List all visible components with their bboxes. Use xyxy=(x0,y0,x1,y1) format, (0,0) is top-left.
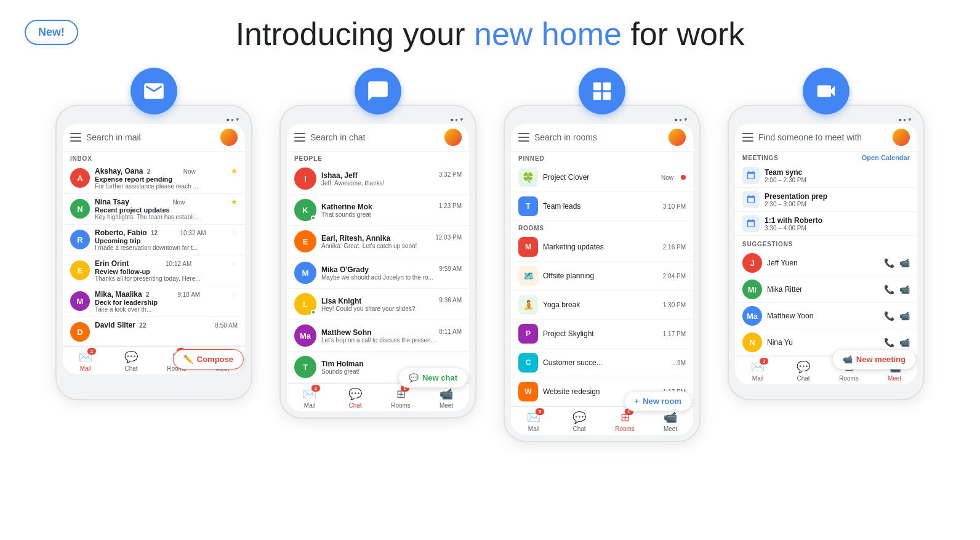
new-meeting-label: New meeting xyxy=(856,355,906,364)
mail-search-bar[interactable]: Search in mail xyxy=(63,124,245,151)
room-item[interactable]: C Customer succe... ...9M xyxy=(511,349,693,377)
meet-event[interactable]: Team sync 2:00 – 2:30 PM xyxy=(735,164,917,188)
room-icon: M xyxy=(518,237,538,257)
phone-rooms: ■ ● ▼ Search in rooms PINNED 🍀 Project C… xyxy=(497,68,707,442)
nav-mail-label: Mail xyxy=(528,425,539,432)
mail-item[interactable]: M Mika, Maalika 2 9:18 AM ☆ Deck for lea… xyxy=(63,286,245,317)
video-icon[interactable]: 📹 xyxy=(899,284,910,294)
nav-meet[interactable]: 📹 Meet xyxy=(648,411,693,432)
chat-people-label: PEOPLE xyxy=(287,151,469,163)
phone-chat: ■ ● ▼ Search in chat PEOPLE I Ishaa, Jef… xyxy=(273,68,483,419)
mail-nav-icon: ✉️2 xyxy=(303,387,316,401)
meet-event[interactable]: 1:1 with Roberto 3:30 – 4:00 PM xyxy=(735,212,917,236)
nav-mail-label: Mail xyxy=(80,365,91,372)
chat-icon-circle xyxy=(355,68,401,115)
avatar: E xyxy=(294,230,316,252)
room-item[interactable]: T Team leads 3:10 PM xyxy=(511,192,693,221)
room-item[interactable]: M Marketing updates 2:16 PM xyxy=(511,233,693,262)
chat-item[interactable]: M Mika O'Grady 9:59 AM Maybe we should a… xyxy=(287,257,469,289)
new-chat-button[interactable]: 💬 New chat xyxy=(398,368,468,388)
phone-mail: ■ ● ▼ Search in mail INBOX A Akshay, Oan… xyxy=(49,68,259,400)
avatar: I xyxy=(294,167,316,190)
suggestion-item[interactable]: Mi Mika Ritter 📞 📹 xyxy=(735,276,917,303)
mail-item[interactable]: A Akshay, Oana 2 Now ★ Expense report pe… xyxy=(63,163,245,194)
avatar: N xyxy=(70,199,90,219)
calendar-icon xyxy=(742,215,760,232)
suggestion-item[interactable]: Ma Matthew Yoon 📞 📹 xyxy=(735,303,917,329)
live-dot xyxy=(681,175,686,180)
mail-item[interactable]: D David Sliter 22 8:50 AM xyxy=(63,317,245,346)
nav-chat[interactable]: 💬 Chat xyxy=(108,350,154,372)
new-meeting-icon: 📹 xyxy=(843,355,853,364)
chat-nav-icon: 💬 xyxy=(348,387,362,401)
call-icon[interactable]: 📞 xyxy=(884,258,894,268)
new-room-button[interactable]: + New room xyxy=(624,391,692,411)
compose-icon: ✏️ xyxy=(183,355,193,364)
nav-rooms-label: Rooms xyxy=(839,375,859,382)
new-chat-icon: 💬 xyxy=(409,373,419,382)
mail-search-text: Search in mail xyxy=(86,132,215,142)
new-meeting-button[interactable]: 📹 New meeting xyxy=(832,349,916,369)
nav-chat[interactable]: 💬 Chat xyxy=(781,360,826,382)
chat-item[interactable]: I Ishaa, Jeff 3:32 PM Jeff: Awesome, tha… xyxy=(287,163,469,195)
nav-rooms[interactable]: ⊞1 Rooms xyxy=(602,411,648,432)
call-icon[interactable]: 📞 xyxy=(884,311,894,321)
suggestion-item[interactable]: J Jeff Yuen 📞 📹 xyxy=(735,250,917,276)
call-icon[interactable]: 📞 xyxy=(884,337,894,347)
mail-nav-icon: ✉️2 xyxy=(79,350,92,364)
rooms-icon-circle xyxy=(579,68,625,115)
open-calendar-link[interactable]: Open Calendar xyxy=(862,154,910,161)
chat-nav-icon: 💬 xyxy=(797,360,810,374)
avatar: Mi xyxy=(742,280,762,299)
nav-chat[interactable]: 💬 Chat xyxy=(332,387,378,409)
mail-item[interactable]: E Erin Orint 10:12 AM ☆ Review follow-up… xyxy=(63,256,245,286)
room-item[interactable]: 🗺️ Offsite planning 2:04 PM xyxy=(511,262,693,291)
meet-search-bar[interactable]: Find someone to meet with xyxy=(735,124,917,151)
compose-label: Compose xyxy=(197,355,233,364)
chat-item[interactable]: E Earl, Ritesh, Annika 12:03 PM Annika: … xyxy=(287,226,469,257)
mail-device: ■ ● ▼ Search in mail INBOX A Akshay, Oan… xyxy=(55,105,252,400)
room-item[interactable]: 🧘 Yoga break 1:30 PM xyxy=(511,291,693,320)
nav-rooms-label: Rooms xyxy=(615,425,635,432)
chat-search-bar[interactable]: Search in chat xyxy=(287,124,469,151)
nav-mail[interactable]: ✉️3 Mail xyxy=(511,411,556,432)
hamburger-icon xyxy=(742,133,753,142)
meet-nav-icon: 📹 xyxy=(664,411,677,424)
room-item[interactable]: P Project Skylight 1:17 PM xyxy=(511,320,693,349)
hamburger-icon xyxy=(518,133,529,142)
chat-nav-icon: 💬 xyxy=(124,350,138,364)
calendar-icon xyxy=(742,167,760,184)
mail-item[interactable]: R Roberto, Fabio 12 10:32 AM ☆ Upcoming … xyxy=(63,225,245,256)
room-item[interactable]: 🍀 Project Clover Now xyxy=(511,163,693,192)
chat-item[interactable]: Ma Matthew Sohn 8:11 AM Let's hop on a c… xyxy=(287,320,469,352)
compose-button[interactable]: ✏️ Compose xyxy=(173,349,244,369)
avatar: K xyxy=(294,199,316,221)
nav-chat-label: Chat xyxy=(124,365,137,372)
meet-nav-icon: 📹 xyxy=(440,387,453,401)
new-badge: New! xyxy=(25,20,78,45)
svg-rect-2 xyxy=(593,92,601,100)
nav-mail[interactable]: ✉️2 Mail xyxy=(63,350,108,372)
svg-rect-1 xyxy=(603,83,611,91)
nav-rooms[interactable]: ⊞1 Rooms xyxy=(378,387,424,409)
chat-item[interactable]: K Katherine Mok 1:23 PM That sounds grea… xyxy=(287,195,469,226)
video-icon[interactable]: 📹 xyxy=(899,258,910,268)
mail-item[interactable]: N Nina Tsay Now ★ Recent project updates… xyxy=(63,194,245,225)
nav-meet[interactable]: 📹 Meet xyxy=(424,387,469,409)
video-icon[interactable]: 📹 xyxy=(899,311,910,321)
call-icon[interactable]: 📞 xyxy=(884,284,894,294)
nav-rooms-label: Rooms xyxy=(391,402,411,409)
avatar: Ma xyxy=(294,324,316,347)
rooms-search-bar[interactable]: Search in rooms xyxy=(511,124,693,151)
hamburger-icon xyxy=(294,133,305,142)
chat-item[interactable]: L Lisa Knight 9:36 AM Hey! Could you sha… xyxy=(287,289,469,320)
svg-rect-0 xyxy=(593,83,601,91)
meet-user-avatar xyxy=(893,129,910,146)
meet-event[interactable]: Presentation prep 2:30 – 3:00 PM xyxy=(735,188,917,212)
nav-mail[interactable]: ✉️3 Mail xyxy=(735,360,781,382)
nav-mail[interactable]: ✉️2 Mail xyxy=(287,387,332,409)
nav-chat[interactable]: 💬 Chat xyxy=(556,411,602,432)
video-icon[interactable]: 📹 xyxy=(899,337,910,347)
nav-meet-label: Meet xyxy=(888,375,901,382)
nav-meet-label: Meet xyxy=(440,402,453,409)
